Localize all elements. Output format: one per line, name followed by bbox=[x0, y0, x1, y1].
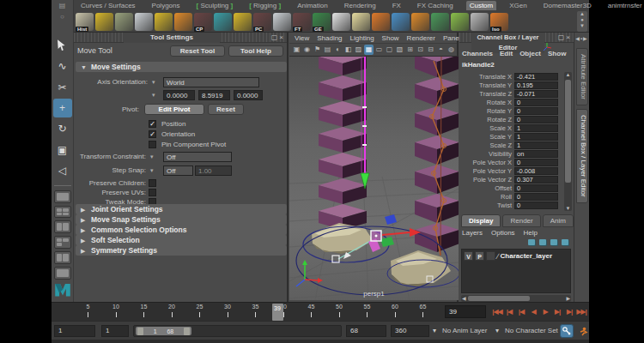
dropdown-arrow-icon[interactable]: ▾ bbox=[150, 165, 154, 176]
range-start-handle[interactable] bbox=[137, 328, 143, 335]
scroll-left-icon[interactable]: ◀ bbox=[462, 295, 466, 302]
channel-label[interactable]: Visibility bbox=[459, 150, 514, 158]
play-forward-button[interactable]: ▶ bbox=[539, 304, 551, 320]
move-tool[interactable]: + bbox=[53, 99, 72, 117]
animation-start-field[interactable]: 1 bbox=[54, 325, 95, 337]
channel-value-field[interactable]: 0 bbox=[514, 159, 558, 166]
orientation-checkbox[interactable]: ✓ bbox=[149, 130, 156, 138]
channel-value-field[interactable]: -0.008 bbox=[514, 167, 558, 175]
orange-sphere-icon[interactable] bbox=[411, 13, 429, 31]
layer-tab-display[interactable]: Display bbox=[461, 214, 501, 227]
pivot-reset-button[interactable]: Reset bbox=[208, 104, 244, 115]
shelf-menu-icon[interactable]: ▤ bbox=[52, 0, 73, 11]
preserve-children-checkbox[interactable] bbox=[149, 179, 156, 187]
cone-icon[interactable] bbox=[352, 13, 370, 31]
scroll-right-icon[interactable]: ▶ bbox=[566, 295, 570, 302]
channel-value-field[interactable]: 0 bbox=[514, 116, 558, 123]
ft-tool-icon[interactable]: FT bbox=[293, 13, 311, 31]
viewport-menu-view[interactable]: View bbox=[295, 34, 309, 42]
last-tool[interactable]: ◁ bbox=[53, 162, 72, 180]
safe-action-icon[interactable]: ⊡ bbox=[416, 45, 425, 55]
channel-box-menu-show[interactable]: Show bbox=[548, 50, 566, 57]
viewport-menu-show[interactable]: Show bbox=[382, 34, 399, 42]
image-plane-icon[interactable]: ▤ bbox=[323, 45, 332, 55]
grid-icon[interactable]: ▦ bbox=[364, 45, 374, 55]
channel-value-field[interactable]: 0 bbox=[514, 107, 558, 115]
range-end-handle[interactable] bbox=[184, 328, 190, 335]
channel-value-field[interactable]: 0 bbox=[514, 202, 558, 209]
shelf-tab-sculpting[interactable]: [ Sculpting ] bbox=[193, 1, 237, 10]
channel-label[interactable]: Rotate Y bbox=[459, 107, 514, 115]
layout-outliner-persp-button[interactable] bbox=[54, 251, 71, 264]
xray-icon[interactable]: ◍ bbox=[447, 45, 456, 55]
step-back-frame-button[interactable]: |◀ bbox=[503, 304, 515, 320]
blue-brush-icon[interactable] bbox=[392, 13, 410, 31]
channel-label[interactable]: Pole Vector Y bbox=[459, 167, 514, 175]
section-common-selection-options[interactable]: ▶Common Selection Options bbox=[76, 225, 287, 235]
layer-row[interactable]: V P ∕ Character_layer bbox=[462, 250, 570, 262]
viewport-menu-renderer[interactable]: Renderer bbox=[407, 34, 435, 42]
green-circle-brush-icon[interactable] bbox=[451, 13, 469, 31]
shelf-tab-fx[interactable]: FX bbox=[389, 1, 404, 10]
move-layer-down-icon[interactable] bbox=[562, 239, 568, 245]
section-symmetry-settings[interactable]: ▶Symmetry Settings bbox=[76, 245, 287, 256]
axis-orientation-field[interactable]: World bbox=[163, 77, 259, 87]
editor-panel-icon[interactable] bbox=[214, 13, 232, 31]
shelf-tab-rigging[interactable]: [ Rigging ] bbox=[246, 1, 284, 10]
green-box-icon[interactable] bbox=[431, 13, 449, 31]
tab-attribute-editor[interactable]: Attribute Editor bbox=[576, 48, 588, 105]
select-tool[interactable] bbox=[53, 36, 72, 54]
net-icon[interactable] bbox=[234, 13, 252, 31]
channel-value-field[interactable]: 0.307 bbox=[514, 176, 558, 184]
channel-box-header[interactable]: Channel Box / Layer Editor ▢× bbox=[459, 33, 574, 43]
camera-attributes-icon[interactable]: ◉ bbox=[302, 45, 312, 55]
scrollbar-thumb[interactable] bbox=[565, 80, 571, 183]
play-backwards-button[interactable]: ◀ bbox=[527, 304, 539, 320]
move-y-field[interactable]: 8.5919 bbox=[198, 90, 230, 100]
rotate-tool[interactable]: ↻ bbox=[53, 120, 72, 138]
shelf-gear-icon[interactable]: ○ bbox=[52, 11, 73, 22]
cp-tool-icon[interactable]: CP bbox=[194, 13, 212, 31]
channel-value-field[interactable]: 1 bbox=[514, 124, 558, 132]
frame-rate-icon[interactable]: ◓ bbox=[436, 45, 446, 55]
pin-component-pivot-checkbox[interactable] bbox=[149, 141, 156, 148]
transform-constraint-field[interactable]: Off bbox=[163, 152, 232, 162]
channel-scrollbar[interactable]: ▲ ▼ bbox=[564, 72, 572, 211]
channel-box-menu-channels[interactable]: Channels bbox=[462, 50, 493, 57]
shelf-tab-domemaster3d[interactable]: Domemaster3D bbox=[540, 1, 595, 10]
layer-name[interactable]: Character_layer bbox=[501, 252, 552, 260]
move-x-field[interactable]: 0.0000 bbox=[163, 90, 195, 100]
layer-visibility-toggle[interactable]: V bbox=[464, 251, 473, 261]
channel-label[interactable]: Rotate X bbox=[459, 99, 514, 106]
dropdown-arrow-icon[interactable]: ▾ bbox=[495, 325, 499, 337]
workspace-arrows-icon[interactable]: ◀▪▶ bbox=[574, 33, 589, 45]
channel-value-field[interactable]: 1 bbox=[514, 133, 558, 141]
channel-value-field[interactable]: 0.195 bbox=[514, 81, 558, 89]
brackets-icon[interactable] bbox=[471, 13, 489, 31]
tab-channel-box-layer-editor[interactable]: Channel Box / Layer Editor bbox=[576, 109, 588, 203]
shelf-tab-xgen[interactable]: XGen bbox=[506, 1, 530, 10]
float-panel-icon[interactable]: ▢ bbox=[558, 33, 567, 41]
current-frame-field[interactable]: 39 bbox=[445, 305, 486, 318]
safe-title-icon[interactable]: ⊟ bbox=[426, 45, 435, 55]
channel-value-field[interactable]: 0 bbox=[514, 184, 558, 192]
layer-tab-anim[interactable]: Anim bbox=[543, 214, 574, 227]
close-panel-icon[interactable]: × bbox=[279, 33, 285, 41]
channel-value-field[interactable]: 0 bbox=[514, 99, 558, 106]
layer-menu-help[interactable]: Help bbox=[524, 229, 538, 237]
anim-layer-selector[interactable]: No Anim Layer bbox=[442, 325, 487, 337]
tool-settings-header[interactable]: Tool Settings ▢× bbox=[74, 33, 287, 43]
channel-label[interactable]: Twist bbox=[459, 202, 514, 209]
history-icon[interactable]: Hist bbox=[76, 13, 94, 31]
layout-three-pane-button[interactable] bbox=[54, 236, 71, 249]
move-z-field[interactable]: 0.0000 bbox=[234, 90, 263, 100]
gate-mask-icon[interactable]: ▧ bbox=[395, 45, 404, 55]
character-set-selector[interactable]: No Character Set bbox=[505, 325, 558, 337]
channel-label[interactable]: Scale Z bbox=[459, 141, 514, 149]
shelf-tab-animtrnsfer[interactable]: animtrnsfer bbox=[605, 1, 644, 10]
float-panel-icon[interactable]: ▢ bbox=[271, 33, 280, 41]
shelf-tab-rendering[interactable]: Rendering bbox=[341, 1, 380, 10]
layout-four-pane-button[interactable] bbox=[54, 206, 71, 219]
lattice-icon[interactable] bbox=[155, 13, 173, 31]
knife2-icon[interactable] bbox=[273, 13, 291, 31]
